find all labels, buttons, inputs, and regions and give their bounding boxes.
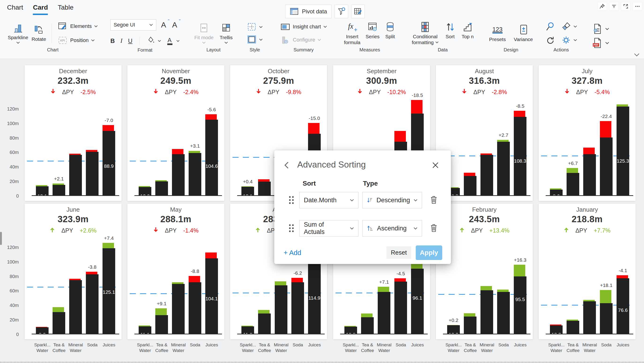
sparkline-button[interactable]: Sparkline [8, 23, 28, 44]
refresh-icon[interactable] [545, 35, 556, 45]
variance-button[interactable]: Variance [514, 24, 533, 42]
variance-cap-green [480, 286, 492, 290]
collapse-ribbon-icon[interactable] [633, 53, 640, 57]
bar-3[interactable] [69, 280, 82, 334]
style-border-button[interactable] [247, 35, 263, 44]
fill-color-button[interactable] [147, 36, 161, 46]
insight-chart-button[interactable]: Insight chart [280, 22, 327, 32]
scrollbar-thumb[interactable] [0, 232, 2, 245]
delete-rule-icon[interactable] [430, 224, 438, 232]
bar-3[interactable] [378, 292, 390, 334]
insert-formula-button[interactable]: fx+ Insert formula [344, 21, 360, 45]
format-painter-button[interactable] [561, 22, 577, 32]
expand-icon[interactable] [621, 2, 630, 11]
bar-2[interactable] [155, 182, 168, 196]
settings-button[interactable] [561, 35, 577, 45]
bar-4[interactable] [497, 142, 510, 196]
bar-2[interactable] [155, 315, 168, 334]
bar-2[interactable] [566, 173, 579, 196]
bar-3[interactable] [583, 154, 596, 196]
delete-rule-icon[interactable] [430, 196, 438, 204]
bar-3[interactable] [172, 154, 185, 196]
bar-4[interactable] [86, 274, 98, 334]
delta-label: ΔPY [474, 89, 485, 96]
top-n-button[interactable]: Top n [462, 21, 474, 40]
conditional-formatting-button[interactable]: Conditional formatting [412, 21, 438, 45]
tab-card[interactable]: Card [33, 4, 48, 15]
apply-button[interactable]: Apply [416, 246, 442, 260]
close-icon[interactable] [432, 162, 439, 169]
bar-3[interactable] [583, 301, 596, 334]
sort-type-select[interactable]: Descending [362, 192, 422, 208]
increase-font-button[interactable]: Aˆ [160, 21, 167, 29]
decrease-font-button[interactable]: Aˇ [171, 21, 178, 29]
bar-3[interactable] [275, 285, 288, 334]
bar-2[interactable] [566, 321, 579, 334]
bar-4[interactable] [292, 282, 304, 334]
chevron-down-icon [259, 26, 263, 28]
bar-4[interactable] [86, 152, 98, 196]
add-sort-rule-link[interactable]: + Add [284, 249, 301, 257]
chevron-down-icon[interactable] [16, 42, 20, 44]
bar-2[interactable] [52, 312, 65, 334]
bar-5[interactable] [616, 106, 629, 196]
sort-field-select[interactable]: Sum of Actuals [299, 220, 358, 236]
variance-cap-green [172, 282, 184, 284]
presets-button[interactable]: 123 Presets [489, 24, 506, 42]
ribbon-tabs: Chart Card Table [7, 4, 74, 15]
position-button[interactable]: KPI Position [58, 35, 98, 46]
sort-button[interactable]: Sort [445, 21, 456, 40]
bar-5[interactable] [205, 120, 218, 196]
bar-2[interactable] [464, 316, 476, 334]
bar-2[interactable] [361, 317, 374, 334]
export-settings-button[interactable] [592, 23, 609, 34]
bar-3[interactable] [480, 155, 493, 196]
underline-button[interactable]: U [128, 37, 132, 44]
filter-button[interactable] [334, 5, 348, 18]
bar-5[interactable] [514, 276, 526, 334]
bar-5[interactable] [411, 269, 424, 334]
chevron-down-icon[interactable] [224, 42, 228, 44]
tab-chart[interactable]: Chart [7, 4, 23, 15]
sort-field-select[interactable]: Date.Month [299, 192, 358, 208]
pivot-data-button[interactable]: Pivot data [285, 5, 332, 18]
edit-data-button[interactable] [351, 5, 365, 18]
bar-4[interactable] [189, 282, 201, 334]
sort-type-select[interactable]: Ascending [362, 220, 422, 236]
bar-4[interactable] [189, 153, 201, 196]
bar-3[interactable] [480, 290, 493, 334]
export-pdf-button[interactable]: PDF [592, 37, 609, 48]
bar-3[interactable] [69, 155, 82, 196]
bar-5[interactable] [514, 117, 526, 196]
bar-5[interactable] [616, 278, 629, 334]
bar-2[interactable] [258, 314, 271, 334]
bar-2[interactable] [52, 185, 65, 196]
more-options-icon[interactable] [633, 2, 642, 11]
bold-button[interactable]: B [110, 37, 115, 44]
tab-table[interactable]: Table [58, 4, 74, 15]
reset-button[interactable]: Reset [386, 246, 411, 259]
split-button[interactable]: Split [385, 21, 396, 40]
trellis-button[interactable]: Trellis [220, 23, 232, 44]
bar-4[interactable] [497, 292, 510, 334]
font-color-button[interactable]: A [166, 36, 180, 46]
drag-handle-icon[interactable] [289, 224, 294, 232]
style-grid-button[interactable] [247, 22, 263, 32]
rotate-button[interactable]: Rotate [32, 24, 46, 42]
delta-label: ΔPY [471, 227, 483, 234]
bar-2[interactable] [464, 176, 476, 196]
bar-4[interactable] [394, 282, 407, 334]
series-button[interactable]: Series [366, 21, 380, 40]
filter-lines-icon[interactable] [609, 2, 619, 11]
elements-button[interactable]: Elements [58, 21, 98, 32]
back-icon[interactable] [284, 161, 289, 169]
bar-2[interactable] [258, 182, 271, 196]
italic-button[interactable]: I [120, 37, 122, 44]
bar-4[interactable] [600, 138, 612, 196]
search-icon[interactable] [545, 21, 556, 32]
bar-4[interactable] [600, 303, 612, 334]
drag-handle-icon[interactable] [289, 196, 294, 204]
font-family-select[interactable]: Segoe UI [110, 19, 156, 30]
pin-icon[interactable] [598, 2, 607, 11]
bar-3[interactable] [172, 284, 185, 334]
